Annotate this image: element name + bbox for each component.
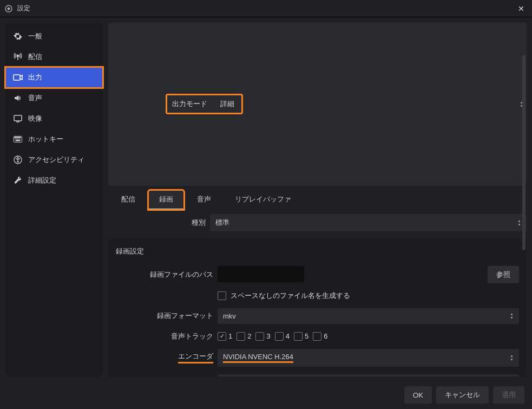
svg-rect-4 <box>14 115 22 121</box>
tabs: 配信 録画 音声 リプレイバッファ <box>108 190 527 210</box>
sidebar-item-output[interactable]: 出力 <box>5 67 103 88</box>
record-path-label: 録画ファイルのパス <box>116 270 213 280</box>
sidebar-label: 詳細設定 <box>28 176 56 185</box>
track-5-checkbox[interactable] <box>294 332 303 341</box>
tab-record[interactable]: 録画 <box>148 190 184 210</box>
type-select[interactable]: 標準 ▲▼ <box>210 214 527 231</box>
tab-replay-buffer[interactable]: リプレイバッファ <box>224 190 302 210</box>
tools-icon <box>13 176 23 185</box>
antenna-icon <box>13 52 23 62</box>
video-icon <box>13 114 23 124</box>
svg-rect-11 <box>16 140 20 141</box>
sidebar-label: 映像 <box>28 114 42 124</box>
ok-button[interactable]: OK <box>404 386 432 404</box>
keyboard-icon <box>13 134 23 144</box>
sidebar-item-audio[interactable]: 音声 <box>5 88 103 108</box>
updown-icon: ▲▼ <box>517 219 521 226</box>
svg-rect-8 <box>16 137 17 138</box>
record-settings-section: 録画設定 録画ファイルのパス 参照 スペースなしのファイ <box>108 239 527 377</box>
type-row: 種別 標準 ▲▼ <box>108 214 527 231</box>
apply-button[interactable]: 適用 <box>493 386 524 404</box>
output-mode-row: 出力モード 詳細 ▲▼ <box>108 23 527 186</box>
encoder-select[interactable]: NVIDIA NVENC H.264 ▲▼ <box>218 349 519 367</box>
svg-point-13 <box>17 157 19 159</box>
tracks-label: 音声トラック <box>116 332 213 341</box>
format-label: 録画フォーマット <box>116 311 213 321</box>
sidebar-label: アクセシビリティ <box>28 155 84 165</box>
browse-button[interactable]: 参照 <box>488 266 519 283</box>
sidebar-label: 一般 <box>28 31 42 41</box>
close-icon[interactable]: ✕ <box>515 2 528 15</box>
footer: OK キャンセル 適用 <box>0 382 532 409</box>
no-space-label: スペースなしのファイル名を生成する <box>231 291 350 301</box>
output-mode-label: 出力モード <box>167 95 212 113</box>
output-mode-select[interactable]: ▲▼ <box>242 100 527 108</box>
svg-rect-7 <box>15 137 16 138</box>
section-title: 録画設定 <box>116 246 519 256</box>
sidebar-label: ホットキー <box>28 134 63 144</box>
cancel-button[interactable]: キャンセル <box>436 386 489 404</box>
svg-rect-10 <box>19 137 21 138</box>
tab-audio[interactable]: 音声 <box>186 190 222 210</box>
track-2-checkbox[interactable] <box>237 332 245 341</box>
sidebar-item-general[interactable]: 一般 <box>5 26 103 47</box>
sidebar-item-accessibility[interactable]: アクセシビリティ <box>5 150 103 170</box>
type-label: 種別 <box>108 218 206 228</box>
sidebar-item-advanced[interactable]: 詳細設定 <box>5 170 103 191</box>
track-4-checkbox[interactable] <box>275 332 284 341</box>
sidebar: 一般 配信 出力 音声 映像 ホットキー <box>5 23 103 376</box>
updown-icon: ▲▼ <box>510 312 514 320</box>
no-space-checkbox[interactable] <box>218 291 226 300</box>
svg-rect-9 <box>18 137 19 138</box>
updown-icon: ▲▼ <box>510 354 514 361</box>
output-icon <box>13 73 23 82</box>
sidebar-label: 音声 <box>28 93 42 103</box>
track-1-checkbox[interactable] <box>218 332 226 341</box>
sidebar-label: 出力 <box>28 73 42 82</box>
format-select[interactable]: mkv ▲▼ <box>218 308 519 324</box>
gear-icon <box>13 31 23 41</box>
output-mode-value[interactable]: 詳細 <box>216 95 242 113</box>
encoder-label: エンコーダ <box>116 352 213 363</box>
sidebar-label: 配信 <box>28 52 42 62</box>
scrollbar-thumb[interactable] <box>522 55 526 250</box>
output-mode-highlight: 出力モード 詳細 <box>167 95 242 113</box>
titlebar: 設定 ✕ <box>0 0 532 17</box>
track-6-checkbox[interactable] <box>313 332 321 341</box>
tab-stream[interactable]: 配信 <box>110 190 146 210</box>
sidebar-item-stream[interactable]: 配信 <box>5 47 103 67</box>
accessibility-icon <box>13 155 23 165</box>
svg-rect-3 <box>14 75 20 80</box>
sidebar-item-hotkeys[interactable]: ホットキー <box>5 129 103 150</box>
svg-point-1 <box>8 7 10 10</box>
audio-icon <box>13 93 23 103</box>
record-path-input[interactable] <box>218 266 304 282</box>
app-icon <box>4 4 13 13</box>
window-title: 設定 <box>17 4 515 13</box>
rescale-select[interactable]: 1920x1080 ▼ <box>218 374 519 377</box>
sidebar-item-video[interactable]: 映像 <box>5 108 103 129</box>
track-3-checkbox[interactable] <box>255 332 264 341</box>
